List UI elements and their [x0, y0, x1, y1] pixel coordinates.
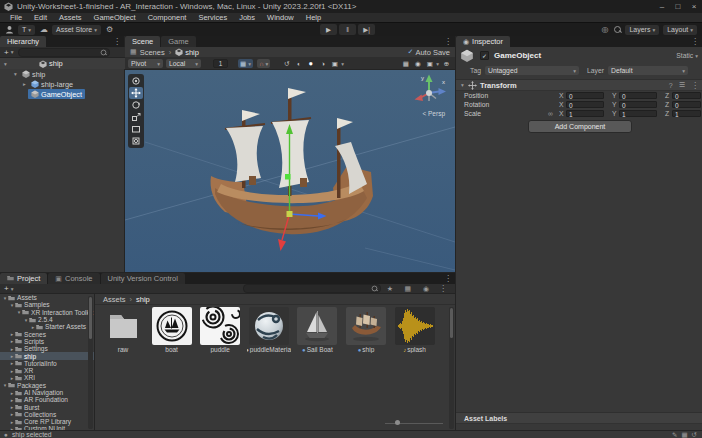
position-z-field[interactable]: 0 [672, 92, 701, 99]
scroll-thumb[interactable] [450, 308, 453, 338]
pivot-dropdown[interactable]: Pivot▾ [128, 59, 163, 68]
panel-menu-icon[interactable]: ⋮ [113, 37, 121, 46]
menu-edit[interactable]: Edit [28, 13, 53, 22]
panel-menu-icon[interactable]: ⋮ [691, 37, 699, 46]
camera-preview-icon[interactable]: ▣ [425, 59, 434, 68]
rotation-y-field[interactable]: 0 [619, 101, 657, 108]
rotation-z-field[interactable]: 0 [672, 101, 701, 108]
step-button[interactable]: ▶| [358, 24, 375, 35]
tree-item-assets[interactable]: ▾Assets [0, 294, 94, 301]
2d-toggle-icon[interactable]: ● [306, 59, 315, 68]
gizmo-y-axis-cone[interactable] [426, 75, 433, 83]
asset-puddle[interactable]: puddle [198, 307, 242, 353]
account-icon[interactable] [5, 25, 14, 34]
transform-tool-button[interactable] [129, 135, 143, 147]
tree-item-xr-interaction-toolkit[interactable]: ▾XR Interaction Toolkit [0, 309, 94, 316]
tree-item-scripts[interactable]: ▸Scripts [0, 338, 94, 345]
tree-item-xr[interactable]: ▸XR [0, 367, 94, 374]
tree-item-ship[interactable]: ▸ship [0, 352, 94, 359]
panel-menu-icon[interactable]: ⋮ [444, 274, 452, 283]
menu-jobs[interactable]: Jobs [233, 13, 261, 22]
perspective-label[interactable]: < Persp [422, 110, 445, 117]
asset-labels-header[interactable]: Asset Labels [456, 412, 702, 424]
hidden-packages-icon[interactable]: ◉ [423, 285, 429, 293]
hierarchy-item-gameobject[interactable]: GameObject [0, 89, 125, 99]
tree-item-scenes[interactable]: ▸Scenes [0, 330, 94, 337]
component-menu-icon[interactable]: ⋮ [691, 81, 699, 90]
expander-icon[interactable]: ▸ [21, 81, 28, 87]
packages-icon[interactable]: ▦ [681, 431, 687, 438]
progress-icon[interactable]: ↺ [692, 431, 697, 438]
scale-x-field[interactable]: 1 [566, 110, 604, 117]
move-tool-button[interactable] [129, 87, 143, 99]
layout-dropdown[interactable]: Layout▾ [663, 25, 697, 35]
create-asset-button[interactable]: + [4, 284, 9, 293]
effects-icon[interactable]: ▦ [401, 59, 410, 68]
favorites-icon[interactable]: ★ [387, 285, 393, 293]
create-button[interactable]: + [4, 48, 9, 57]
asset-scrollbar[interactable] [449, 307, 454, 429]
close-button[interactable]: × [686, 0, 702, 13]
tree-item-collections[interactable]: ▸Collections [0, 411, 94, 418]
tree-item-samples[interactable]: ▾Samples [0, 301, 94, 308]
audio-toggle-icon[interactable]: ▣ [330, 59, 339, 68]
asset-ship[interactable]: ●ship [344, 307, 388, 353]
tab-console[interactable]: ▣Console [48, 273, 99, 284]
breadcrumb-current[interactable]: ship [136, 295, 150, 304]
layers-dropdown[interactable]: Layers▾ [625, 25, 659, 35]
tab-scene[interactable]: Scene [125, 36, 160, 47]
menu-assets[interactable]: Assets [53, 13, 88, 22]
project-search-input[interactable] [243, 284, 381, 293]
tree-item-ar-foundation[interactable]: ▸AR Foundation [0, 396, 94, 403]
breadcrumb-root[interactable]: Scenes [140, 48, 165, 57]
gear-icon[interactable]: ⚙ [106, 25, 113, 34]
tab-project[interactable]: Project [0, 273, 47, 284]
tag-dropdown[interactable]: Untagged▾ [485, 66, 579, 75]
rotation-x-field[interactable]: 0 [566, 101, 604, 108]
maximize-button[interactable]: □ [670, 0, 686, 13]
position-x-field[interactable]: 0 [566, 92, 604, 99]
scroll-thumb[interactable] [89, 297, 92, 339]
tree-scrollbar[interactable] [88, 296, 93, 429]
breadcrumb-current[interactable]: ship [185, 48, 199, 57]
tab-inspector[interactable]: ◉Inspector [456, 36, 510, 47]
play-button[interactable]: ▶ [320, 24, 337, 35]
gizmo-z-axis-cone[interactable] [439, 88, 447, 95]
scale-z-field[interactable]: 1 [672, 110, 701, 117]
asset-boat[interactable]: boat [150, 307, 194, 353]
tab-game[interactable]: Game [161, 36, 195, 47]
tab-unity-version-control[interactable]: Unity Version Control [101, 273, 185, 284]
tree-item-burst[interactable]: ▸Burst [0, 403, 94, 410]
lighting-toggle-icon[interactable]: ◑ [318, 59, 327, 68]
chevron-down-icon[interactable]: ▾ [695, 53, 698, 59]
orientation-gizmo[interactable]: y x [409, 72, 449, 112]
tree-item-core-rp-library[interactable]: ▸Core RP Library [0, 418, 94, 425]
help-icon[interactable]: ? [669, 82, 673, 89]
shading-mode-icon[interactable]: ◐ [294, 59, 303, 68]
pause-button[interactable]: ‖ [339, 24, 356, 35]
handle-rotation-dropdown[interactable]: Local▾ [166, 59, 201, 68]
tree-item-xri[interactable]: ▸XRI [0, 374, 94, 381]
expander-icon[interactable]: ▾ [2, 61, 9, 67]
cloud-icon[interactable]: ☁ [40, 25, 48, 34]
filter-type-icon[interactable]: ▦ [404, 285, 411, 293]
hierarchy-item-ship[interactable]: ▾ship [0, 69, 125, 79]
tree-item-packages[interactable]: ▾Packages [0, 382, 94, 389]
active-checkbox[interactable]: ✓ [480, 51, 489, 60]
rotate-tool-button[interactable] [129, 99, 143, 111]
presets-icon[interactable]: ☰ [679, 81, 685, 89]
tree-item-starter-assets[interactable]: ▸Starter Assets [0, 323, 94, 330]
gameobject-name-field[interactable]: GameObject [494, 51, 541, 60]
gameobject-cube-icon[interactable] [460, 49, 474, 62]
asset-raw[interactable]: raw [101, 307, 145, 353]
render-doc-icon[interactable]: ↺ [282, 59, 291, 68]
rect-tool-button[interactable] [129, 123, 143, 135]
menu-file[interactable]: File [4, 13, 28, 22]
menu-window[interactable]: Window [261, 13, 300, 22]
grid-visibility-dropdown[interactable]: ▦▾ [238, 59, 253, 68]
static-label[interactable]: Static [676, 52, 693, 59]
thumbnail-size-slider[interactable] [385, 420, 443, 426]
menu-gameobject[interactable]: GameObject [88, 13, 142, 22]
auto-save-label[interactable]: Auto Save [415, 48, 450, 57]
tree-item-tutorialinfo[interactable]: ▸TutorialInfo [0, 360, 94, 367]
